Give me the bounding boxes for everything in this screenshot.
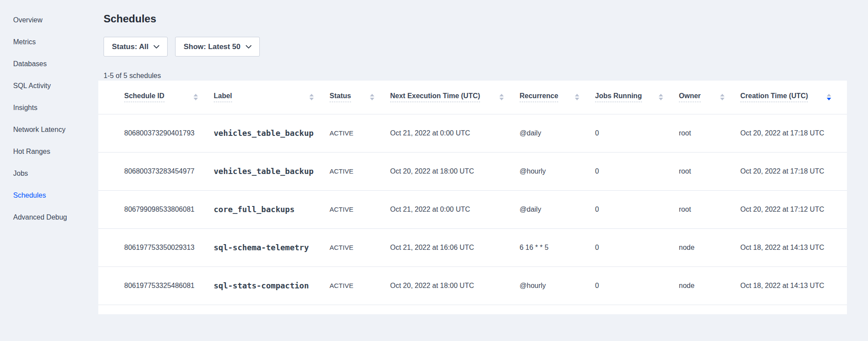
creation-time-cell: Oct 18, 2022 at 14:13 UTC xyxy=(740,228,847,266)
recurrence-cell: @daily xyxy=(520,190,595,228)
table-row: 806799098533806081 core_full_backups ACT… xyxy=(98,190,847,228)
sort-caret-icon xyxy=(309,94,314,100)
sidebar-item-databases[interactable]: Databases xyxy=(0,53,98,75)
column-header-next-execution-time-utc[interactable]: Next Execution Time (UTC) xyxy=(390,81,520,114)
sort-caret-icon xyxy=(720,94,725,100)
schedule-id-cell: 806799098533806081 xyxy=(98,190,214,228)
sidebar-item-jobs[interactable]: Jobs xyxy=(0,163,98,185)
column-header-label: Creation Time (UTC) xyxy=(740,92,808,102)
owner-cell: root xyxy=(679,114,740,152)
recurrence-cell: @hourly xyxy=(520,152,595,190)
schedules-table-panel: Schedule ID Label xyxy=(98,81,847,314)
column-header-label: Schedule ID xyxy=(124,92,165,102)
next-execution-cell: Oct 20, 2022 at 18:00 UTC xyxy=(390,152,520,190)
next-execution-cell: Oct 21, 2022 at 0:00 UTC xyxy=(390,190,520,228)
sidebar-item-insights[interactable]: Insights xyxy=(0,97,98,119)
jobs-running-cell: 0 xyxy=(595,266,679,305)
column-header-owner[interactable]: Owner xyxy=(679,81,740,114)
column-header-label: Status xyxy=(330,92,351,102)
sidebar-item-network-latency[interactable]: Network Latency xyxy=(0,119,98,141)
jobs-running-cell: 0 xyxy=(595,152,679,190)
table-header-row: Schedule ID Label xyxy=(98,81,847,114)
column-header-label: Recurrence xyxy=(520,92,558,102)
sidebar-item-metrics[interactable]: Metrics xyxy=(0,31,98,53)
chevron-down-icon xyxy=(154,45,159,49)
status-cell: ACTIVE xyxy=(330,228,390,266)
app-root: Overview Metrics Databases SQL Activity … xyxy=(0,0,868,314)
sort-caret-icon xyxy=(194,94,198,100)
sidebar-nav-list: Overview Metrics Databases SQL Activity … xyxy=(0,9,98,228)
sort-caret-icon xyxy=(370,94,374,100)
schedules-table: Schedule ID Label xyxy=(98,81,847,305)
next-execution-cell: Oct 20, 2022 at 18:00 UTC xyxy=(390,266,520,305)
filter-bar: Status: All Show: Latest 50 xyxy=(104,37,868,57)
column-header-label[interactable]: Label xyxy=(214,81,330,114)
recurrence-cell: 6 16 * * 5 xyxy=(520,228,595,266)
sidebar-item-sql-activity[interactable]: SQL Activity xyxy=(0,75,98,97)
sort-caret-icon xyxy=(827,94,831,100)
column-header-label: Next Execution Time (UTC) xyxy=(390,92,480,102)
jobs-running-cell: 0 xyxy=(595,228,679,266)
sidebar-item-schedules[interactable]: Schedules xyxy=(0,185,98,206)
recurrence-cell: @hourly xyxy=(520,266,595,305)
schedule-id-cell: 806197753350029313 xyxy=(98,228,214,266)
label-cell: sql-stats-compaction xyxy=(214,266,330,305)
jobs-running-cell: 0 xyxy=(595,190,679,228)
creation-time-cell: Oct 20, 2022 at 17:12 UTC xyxy=(740,190,847,228)
page-title: Schedules xyxy=(104,12,868,25)
show-filter-label: Show: Latest 50 xyxy=(183,43,240,51)
recurrence-cell: @daily xyxy=(520,114,595,152)
next-execution-cell: Oct 21, 2022 at 0:00 UTC xyxy=(390,114,520,152)
table-body: 806800373290401793 vehicles_table_backup… xyxy=(98,114,847,305)
table-row: 806197753325486081 sql-stats-compaction … xyxy=(98,266,847,305)
sort-caret-icon xyxy=(499,94,504,100)
column-header-label: Owner xyxy=(679,92,701,102)
creation-time-cell: Oct 18, 2022 at 14:13 UTC xyxy=(740,266,847,305)
schedule-id-cell: 806197753325486081 xyxy=(98,266,214,305)
column-header-creation-time-utc[interactable]: Creation Time (UTC) xyxy=(740,81,847,114)
label-cell: vehicles_table_backup xyxy=(214,114,330,152)
status-cell: ACTIVE xyxy=(330,114,390,152)
label-cell: sql-schema-telemetry xyxy=(214,228,330,266)
table-row: 806197753350029313 sql-schema-telemetry … xyxy=(98,228,847,266)
sidebar: Overview Metrics Databases SQL Activity … xyxy=(0,0,98,314)
label-cell: vehicles_table_backup xyxy=(214,152,330,190)
table-row: 806800373283454977 vehicles_table_backup… xyxy=(98,152,847,190)
sidebar-item-advanced-debug[interactable]: Advanced Debug xyxy=(0,206,98,228)
status-cell: ACTIVE xyxy=(330,266,390,305)
show-filter-dropdown[interactable]: Show: Latest 50 xyxy=(175,37,259,57)
schedule-id-cell: 806800373283454977 xyxy=(98,152,214,190)
creation-time-cell: Oct 20, 2022 at 17:18 UTC xyxy=(740,114,847,152)
column-header-schedule-id[interactable]: Schedule ID xyxy=(98,81,214,114)
owner-cell: root xyxy=(679,190,740,228)
status-filter-label: Status: All xyxy=(112,43,148,51)
sort-caret-icon xyxy=(659,94,663,100)
sidebar-item-hot-ranges[interactable]: Hot Ranges xyxy=(0,141,98,163)
column-header-status[interactable]: Status xyxy=(330,81,390,114)
main-content: Schedules Status: All Show: Latest 50 1-… xyxy=(98,0,868,314)
table-row: 806800373290401793 vehicles_table_backup… xyxy=(98,114,847,152)
owner-cell: node xyxy=(679,266,740,305)
schedule-id-cell: 806800373290401793 xyxy=(98,114,214,152)
status-cell: ACTIVE xyxy=(330,190,390,228)
column-header-label: Label xyxy=(214,92,232,102)
sidebar-item-overview[interactable]: Overview xyxy=(0,9,98,31)
status-cell: ACTIVE xyxy=(330,152,390,190)
sort-caret-icon xyxy=(575,94,579,100)
status-filter-dropdown[interactable]: Status: All xyxy=(104,37,168,57)
jobs-running-cell: 0 xyxy=(595,114,679,152)
column-header-jobs-running[interactable]: Jobs Running xyxy=(595,81,679,114)
next-execution-cell: Oct 21, 2022 at 16:06 UTC xyxy=(390,228,520,266)
owner-cell: root xyxy=(679,152,740,190)
label-cell: core_full_backups xyxy=(214,190,330,228)
results-count: 1-5 of 5 schedules xyxy=(104,72,868,80)
chevron-down-icon xyxy=(246,45,251,49)
column-header-label: Jobs Running xyxy=(595,92,642,102)
creation-time-cell: Oct 20, 2022 at 17:18 UTC xyxy=(740,152,847,190)
column-header-recurrence[interactable]: Recurrence xyxy=(520,81,595,114)
owner-cell: node xyxy=(679,228,740,266)
